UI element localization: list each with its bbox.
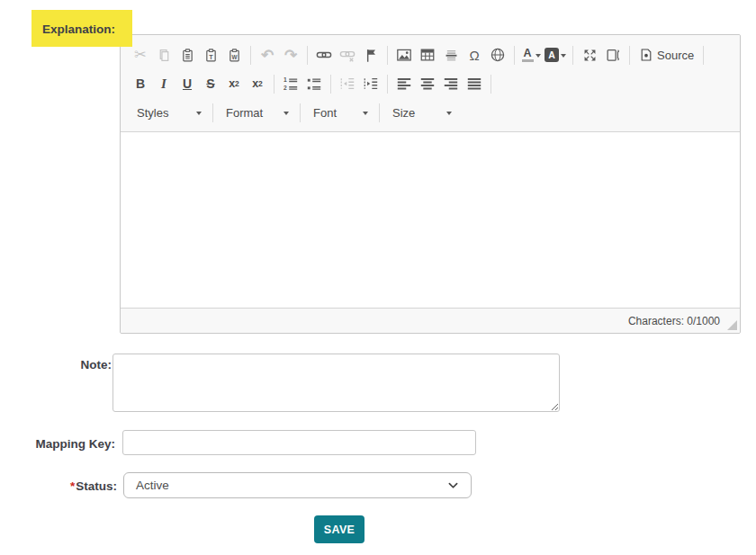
- toolbar-separator: [387, 75, 388, 94]
- bold-button[interactable]: B: [129, 72, 152, 95]
- note-textarea[interactable]: [112, 354, 560, 412]
- toolbar-row-3: Styles Format Font Size: [129, 98, 734, 128]
- save-button[interactable]: SAVE: [314, 515, 364, 543]
- unlink-icon: [336, 43, 359, 67]
- size-combo-label: Size: [392, 106, 415, 120]
- link-icon[interactable]: [312, 43, 336, 67]
- copy-icon: [152, 43, 176, 67]
- styles-combo-label: Styles: [137, 106, 168, 120]
- dropdown-arrow-icon: [561, 54, 566, 60]
- svg-text:1: 1: [284, 76, 287, 83]
- toolbar-separator: [490, 75, 491, 94]
- size-combo[interactable]: Size: [384, 102, 458, 125]
- format-combo[interactable]: Format: [218, 102, 295, 125]
- source-button-label: Source: [657, 49, 694, 62]
- text-color-button[interactable]: A: [519, 43, 543, 67]
- insert-image-icon[interactable]: [392, 43, 416, 67]
- dropdown-arrow-icon: [446, 112, 452, 118]
- status-select[interactable]: Active: [123, 472, 472, 498]
- toolbar-separator: [212, 103, 213, 122]
- horizontal-line-icon[interactable]: [439, 43, 463, 67]
- editor-resize-grip-icon[interactable]: [727, 320, 737, 330]
- toolbar-separator: [387, 46, 388, 65]
- show-blocks-icon[interactable]: [601, 43, 625, 67]
- svg-text:2: 2: [284, 85, 287, 91]
- svg-text:W: W: [231, 53, 237, 59]
- subscript-button[interactable]: x2: [222, 72, 246, 95]
- numbered-list-icon[interactable]: 12: [279, 72, 302, 95]
- text-color-icon: A: [522, 48, 534, 63]
- mapping-key-field-label: Mapping Key:: [0, 437, 115, 451]
- toolbar-separator: [572, 46, 573, 65]
- editor-status-bar: Characters: 0/1000: [121, 308, 740, 333]
- paste-icon[interactable]: [176, 43, 199, 67]
- superscript-button[interactable]: x2: [246, 72, 269, 95]
- toolbar-separator: [629, 46, 630, 65]
- dropdown-arrow-icon: [196, 112, 202, 118]
- align-right-icon[interactable]: [439, 72, 463, 95]
- align-left-icon[interactable]: [392, 72, 416, 95]
- explanation-field-label: Explanation:: [32, 10, 132, 47]
- background-color-button[interactable]: A: [543, 43, 568, 67]
- toolbar-row-1: ✂ T W ↶ ↷: [129, 40, 734, 69]
- align-center-icon[interactable]: [416, 72, 439, 95]
- editor-content-area[interactable]: [121, 132, 740, 308]
- toolbar-separator: [514, 46, 515, 65]
- font-combo[interactable]: Font: [305, 102, 374, 125]
- iframe-globe-icon[interactable]: [486, 43, 509, 67]
- paste-from-word-icon[interactable]: W: [222, 43, 246, 67]
- dropdown-arrow-icon: [284, 112, 289, 118]
- dropdown-arrow-icon: [536, 54, 541, 60]
- note-field-label: Note:: [0, 358, 112, 371]
- toolbar-separator: [307, 46, 308, 65]
- decrease-indent-icon: [336, 72, 359, 95]
- toolbar-row-2: B I U S x2 x2 12: [129, 69, 734, 98]
- italic-button[interactable]: I: [152, 72, 176, 95]
- mapping-key-input[interactable]: [122, 430, 476, 455]
- toolbar-separator: [300, 103, 301, 122]
- explanation-rich-text-editor: ✂ T W ↶ ↷: [120, 34, 741, 334]
- toolbar-separator: [250, 46, 251, 65]
- bulleted-list-icon[interactable]: [302, 72, 326, 95]
- redo-icon: ↷: [279, 43, 302, 67]
- increase-indent-icon[interactable]: [359, 72, 382, 95]
- editor-toolbar: ✂ T W ↶ ↷: [121, 35, 740, 132]
- status-field-label: *Status:: [0, 479, 117, 493]
- dropdown-arrow-icon: [363, 112, 368, 118]
- strikethrough-button[interactable]: S: [199, 72, 222, 95]
- source-button[interactable]: Source: [634, 43, 698, 67]
- underline-button[interactable]: U: [176, 72, 199, 95]
- toolbar-separator: [274, 75, 274, 94]
- styles-combo[interactable]: Styles: [129, 102, 208, 125]
- background-color-icon: A: [544, 48, 559, 62]
- toolbar-separator: [703, 46, 704, 65]
- undo-icon: ↶: [256, 43, 279, 67]
- chevron-down-icon: [446, 479, 460, 492]
- svg-text:T: T: [209, 52, 213, 60]
- toolbar-separator: [379, 103, 380, 122]
- align-justify-icon[interactable]: [463, 72, 486, 95]
- characters-counter: Characters: 0/1000: [628, 315, 720, 327]
- paste-plain-text-icon[interactable]: T: [199, 43, 222, 67]
- special-character-icon[interactable]: Ω: [463, 43, 486, 67]
- maximize-icon[interactable]: [578, 43, 601, 67]
- font-combo-label: Font: [313, 106, 337, 120]
- anchor-flag-icon[interactable]: [359, 43, 382, 67]
- insert-table-icon[interactable]: [416, 43, 439, 67]
- format-combo-label: Format: [226, 106, 263, 120]
- required-asterisk: *: [70, 479, 75, 493]
- source-doc-icon: [639, 48, 653, 62]
- toolbar-separator: [330, 75, 331, 94]
- status-select-value: Active: [136, 479, 169, 492]
